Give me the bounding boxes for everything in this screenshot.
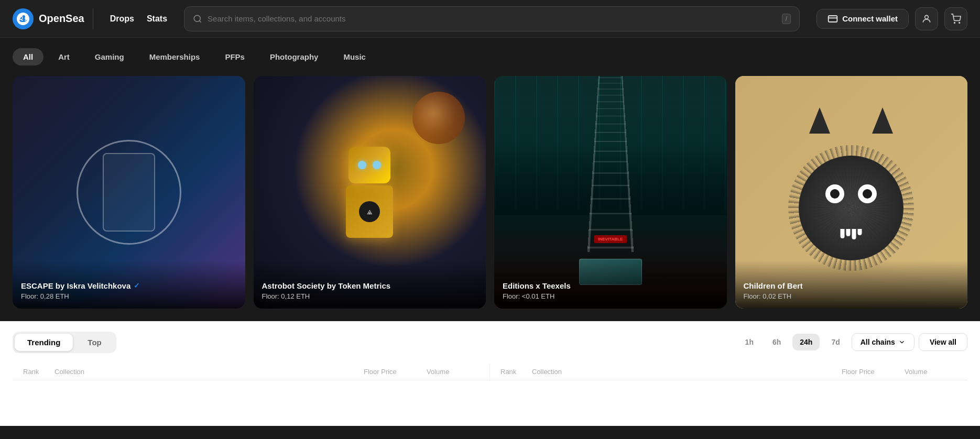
monster-ears [809, 107, 893, 134]
category-tabs: All Art Gaming Memberships PFPs Photogra… [0, 38, 980, 76]
col-rank-left: Rank [23, 368, 55, 376]
trending-tab-trending[interactable]: Trending [15, 334, 73, 351]
col-volume-right: Volume [905, 368, 957, 376]
robot-emblem: ⟁ [359, 201, 380, 222]
chevron-down-icon [898, 338, 906, 346]
logo[interactable]: OpenSea [13, 8, 93, 29]
tooth-3 [852, 229, 856, 239]
monster-fur [788, 145, 914, 271]
col-floor-left: Floor Price [364, 368, 427, 376]
chains-label: All chains [861, 338, 895, 346]
nft-card-4-overlay: Children of Bert Floor: 0,02 ETH [735, 260, 968, 309]
svg-rect-1 [829, 16, 837, 22]
robot-eye-right [373, 161, 381, 169]
time-btn-7d[interactable]: 7d [824, 334, 847, 350]
connect-wallet-button[interactable]: Connect wallet [816, 9, 909, 29]
view-all-button[interactable]: View all [919, 333, 967, 351]
category-tab-pfps[interactable]: PFPs [214, 48, 255, 65]
nav-stats[interactable]: Stats [147, 14, 167, 24]
svg-point-0 [194, 15, 200, 21]
trending-header: Trending Top 1h 6h 24h 7d All chains Vie… [13, 332, 967, 353]
table-column-right: Rank Collection Floor Price Volume [490, 364, 967, 380]
trending-tabs: Trending Top [13, 332, 116, 353]
col-collection-right: Collection [532, 368, 842, 376]
col-collection-left: Collection [55, 368, 364, 376]
tooth-2 [846, 229, 851, 236]
monster-eyes [825, 184, 877, 203]
cart-button[interactable] [944, 7, 967, 30]
search-icon [193, 14, 202, 24]
wallet-icon [827, 14, 838, 24]
chains-dropdown[interactable]: All chains [852, 333, 914, 351]
opensea-logo-icon [13, 8, 34, 29]
svg-point-3 [954, 22, 955, 23]
nft-card-2-overlay: Astrobot Society by Token Metrics Floor:… [254, 260, 486, 309]
header-actions: Connect wallet [816, 7, 967, 30]
nft-card-3-floor: Floor: <0.01 ETH [503, 292, 718, 300]
planet-visual [412, 92, 465, 144]
category-tab-gaming[interactable]: Gaming [84, 48, 135, 65]
svg-point-4 [959, 22, 960, 23]
nft-card-2-title: Astrobot Society by Token Metrics [262, 281, 478, 290]
eye-left-outer [825, 184, 844, 203]
nft-card-4-title: Children of Bert [744, 281, 960, 290]
robot-head [349, 147, 390, 183]
col-volume-left: Volume [427, 368, 479, 376]
col-header-right: Rank Collection Floor Price Volume [490, 364, 967, 380]
nft-card-3-title: Editions x Teexels [503, 281, 718, 290]
robot-visual: ⟁ [346, 147, 393, 238]
connect-wallet-label: Connect wallet [842, 14, 898, 23]
svg-point-2 [925, 15, 929, 19]
robot-torso: ⟁ [346, 185, 393, 238]
search-shortcut: / [782, 14, 791, 24]
time-btn-6h[interactable]: 6h [765, 334, 788, 350]
time-btn-1h[interactable]: 1h [738, 334, 761, 350]
main-nav: Drops Stats [102, 14, 176, 24]
ear-right [872, 107, 893, 134]
category-tab-art[interactable]: Art [48, 48, 80, 65]
nav-drops[interactable]: Drops [110, 14, 134, 24]
search-input[interactable] [208, 14, 777, 23]
tooth-1 [841, 229, 845, 238]
time-btn-24h[interactable]: 24h [792, 334, 820, 350]
trending-tab-top[interactable]: Top [75, 334, 114, 351]
trending-section: Trending Top 1h 6h 24h 7d All chains Vie… [0, 321, 980, 426]
search-bar: / [184, 6, 800, 31]
nft-card-2-floor: Floor: 0,12 ETH [262, 292, 478, 300]
category-tab-music[interactable]: Music [333, 48, 376, 65]
nft-card-2[interactable]: ⟁ Astrobot Society by Token Metrics Floo… [254, 76, 486, 309]
train-sign: INEVITABLE [594, 235, 627, 243]
tooth-4 [858, 229, 862, 235]
col-header-left: Rank Collection Floor Price Volume [13, 364, 489, 380]
logo-text: OpenSea [39, 13, 84, 25]
arch-inner [103, 153, 155, 232]
profile-icon [921, 14, 932, 24]
table-layout: Rank Collection Floor Price Volume Rank … [13, 364, 967, 380]
cart-icon [951, 14, 961, 24]
eye-right-inner [863, 189, 872, 199]
ear-left [809, 107, 830, 134]
profile-button[interactable] [915, 7, 938, 30]
nft-card-1-overlay: ESCAPE by Iskra Velitchkova ✓ Floor: 0,2… [13, 260, 245, 309]
nft-card-4-floor: Floor: 0,02 ETH [744, 292, 960, 300]
arch-visual [77, 140, 181, 245]
table-column-left: Rank Collection Floor Price Volume [13, 364, 490, 380]
robot-eyes [358, 161, 381, 169]
nft-card-1-title: ESCAPE by Iskra Velitchkova ✓ [21, 281, 237, 290]
nft-card-3[interactable]: INEVITABLE Editions x Teexels Floor: <0.… [494, 76, 727, 309]
nft-grid: ESCAPE by Iskra Velitchkova ✓ Floor: 0,2… [0, 76, 980, 321]
monster-teeth [841, 229, 862, 239]
nft-card-3-overlay: Editions x Teexels Floor: <0.01 ETH [494, 260, 727, 309]
category-tab-photography[interactable]: Photography [259, 48, 329, 65]
time-filters: 1h 6h 24h 7d All chains View all [738, 333, 967, 351]
eye-right-outer [858, 184, 877, 203]
nft-card-1-floor: Floor: 0,28 ETH [21, 292, 237, 300]
robot-eye-left [358, 161, 366, 169]
opensea-logo-svg [17, 13, 29, 25]
category-tab-all[interactable]: All [13, 48, 43, 65]
header: OpenSea Drops Stats / Connect wallet [0, 0, 980, 38]
nft-card-4[interactable]: Children of Bert Floor: 0,02 ETH [735, 76, 968, 309]
category-tab-memberships[interactable]: Memberships [139, 48, 211, 65]
col-rank-right: Rank [500, 368, 532, 376]
nft-card-1[interactable]: ESCAPE by Iskra Velitchkova ✓ Floor: 0,2… [13, 76, 245, 309]
